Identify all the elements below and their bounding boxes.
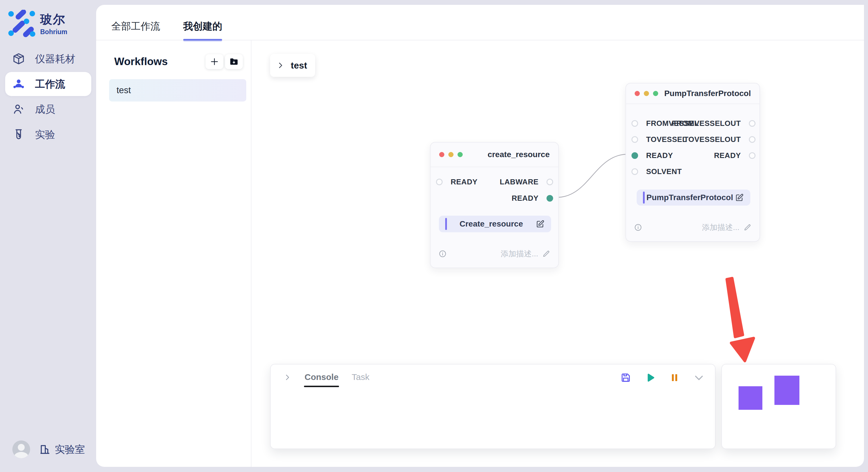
pencil-icon[interactable]	[542, 250, 550, 258]
sidebar-item-label: 工作流	[35, 77, 65, 91]
node-pump-transfer-protocol[interactable]: PumpTransferProtocol FROMVESSEL TOVESSEL…	[625, 83, 760, 242]
port-circle[interactable]	[631, 168, 638, 175]
port-output-ready[interactable]: READY	[714, 151, 755, 160]
experiment-icon	[12, 128, 25, 141]
workflow-panel-header: Workflows	[114, 54, 243, 69]
port-circle-connected[interactable]	[547, 195, 553, 202]
dot-yellow-icon	[644, 91, 649, 96]
sidebar-menu: 仪器耗材 工作流 成员	[5, 47, 91, 148]
info-icon[interactable]	[439, 250, 446, 258]
building-icon	[39, 443, 51, 456]
console-header: Console Task	[271, 365, 715, 387]
port-output-tovesselout[interactable]: TOVESSELOUT	[684, 135, 755, 144]
port-circle[interactable]	[749, 120, 755, 127]
breadcrumb[interactable]: test	[270, 54, 315, 77]
node-title: PumpTransferProtocol	[664, 89, 751, 98]
port-circle-connected[interactable]	[631, 152, 638, 159]
run-button[interactable]	[645, 372, 656, 383]
edit-icon[interactable]	[536, 220, 545, 229]
app-logo: 玻尔 Bohrium	[8, 10, 67, 37]
tab-all-workflows[interactable]: 全部工作流	[112, 20, 160, 41]
folder-download-icon	[229, 57, 239, 67]
port-circle[interactable]	[436, 179, 443, 185]
breadcrumb-label: test	[291, 60, 307, 71]
import-folder-button[interactable]	[225, 54, 243, 69]
dot-red-icon	[439, 152, 444, 157]
port-input-tovessel[interactable]: TOVESSEL	[631, 135, 687, 144]
sidebar-item-experiments[interactable]: 实验	[5, 123, 91, 146]
sidebar: 玻尔 Bohrium 仪器耗材	[0, 0, 96, 472]
sidebar-item-members[interactable]: 成员	[5, 97, 91, 121]
collapse-button[interactable]	[693, 372, 705, 383]
port-input-solvent[interactable]: SOLVENT	[631, 167, 682, 176]
app-title: 玻尔	[40, 11, 67, 28]
chevron-down-icon	[693, 372, 705, 383]
save-button[interactable]	[620, 372, 631, 383]
window-dots	[634, 91, 658, 96]
main-content: 全部工作流 我创建的 Workflows test	[96, 5, 864, 467]
description-placeholder[interactable]: 添加描述...	[702, 222, 739, 233]
save-icon	[620, 372, 631, 383]
node-footer: 添加描述...	[626, 222, 760, 233]
sidebar-item-label: 实验	[35, 128, 55, 141]
workflow-icon	[12, 77, 25, 91]
avatar[interactable]	[12, 440, 30, 458]
minimap-node	[774, 376, 799, 405]
window-dots	[439, 152, 463, 157]
info-icon[interactable]	[634, 224, 642, 231]
port-circle[interactable]	[631, 136, 638, 143]
node-header: PumpTransferProtocol	[626, 83, 760, 104]
sidebar-footer: 实验室	[12, 440, 85, 458]
dot-red-icon	[634, 91, 640, 96]
edge-create-to-pump	[559, 154, 625, 197]
port-output-ready[interactable]: READY	[512, 194, 553, 203]
sidebar-item-label: 仪器耗材	[35, 52, 75, 66]
node-create-resource[interactable]: create_resource READY LABWARE READY Crea…	[430, 142, 559, 268]
port-input-ready[interactable]: READY	[436, 177, 477, 187]
node-footer: 添加描述...	[431, 248, 558, 259]
workflow-list-item[interactable]: test	[109, 79, 246, 102]
sidebar-item-workflows[interactable]: 工作流	[5, 72, 91, 96]
package-icon	[12, 52, 25, 65]
node-action-button[interactable]: Create_resource	[439, 216, 551, 232]
node-header: create_resource	[431, 142, 558, 167]
port-circle[interactable]	[631, 120, 638, 127]
node-title: create_resource	[488, 150, 550, 159]
plus-icon	[210, 57, 219, 66]
dot-green-icon	[458, 152, 463, 157]
edit-icon[interactable]	[735, 193, 744, 202]
play-icon	[645, 372, 656, 383]
port-output-fromvesselout[interactable]: FROMVESSELOUT	[672, 119, 755, 128]
sidebar-item-instruments[interactable]: 仪器耗材	[5, 47, 91, 71]
tab-console[interactable]: Console	[305, 372, 338, 387]
bohrium-logo-icon	[8, 10, 36, 37]
console-panel: Console Task	[270, 364, 716, 449]
add-workflow-button[interactable]	[206, 54, 223, 69]
pencil-icon[interactable]	[743, 224, 751, 231]
port-output-labware[interactable]: LABWARE	[500, 177, 553, 187]
minimap-node	[739, 386, 763, 410]
tab-task[interactable]: Task	[352, 372, 369, 387]
chevron-right-icon	[276, 61, 284, 69]
console-actions	[620, 372, 705, 383]
members-icon	[12, 103, 25, 116]
tab-my-created[interactable]: 我创建的	[183, 20, 222, 41]
lab-label: 实验室	[55, 443, 85, 456]
description-placeholder[interactable]: 添加描述...	[501, 248, 538, 259]
port-circle[interactable]	[749, 136, 755, 143]
port-circle[interactable]	[547, 179, 553, 185]
lab-switcher[interactable]: 实验室	[39, 443, 85, 456]
workflow-tabs: 全部工作流 我创建的	[112, 20, 222, 41]
port-input-ready[interactable]: READY	[631, 151, 673, 160]
port-circle[interactable]	[749, 152, 755, 159]
sidebar-item-label: 成员	[35, 103, 55, 116]
pause-button[interactable]	[670, 373, 679, 382]
pause-icon	[670, 373, 679, 382]
dot-green-icon	[653, 91, 658, 96]
workflow-name: test	[117, 85, 131, 96]
node-action-button[interactable]: PumpTransferProtocol	[637, 190, 750, 206]
minimap[interactable]	[721, 364, 836, 449]
dot-yellow-icon	[448, 152, 454, 157]
chevron-right-icon[interactable]	[283, 373, 291, 381]
app-subtitle: Bohrium	[40, 28, 67, 36]
